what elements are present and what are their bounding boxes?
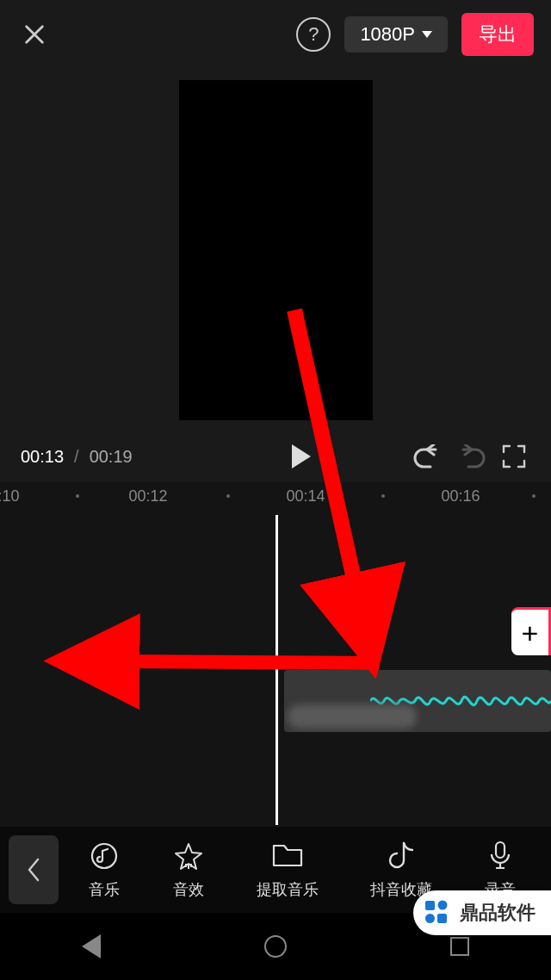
ruler-dot <box>381 494 385 498</box>
svg-point-0 <box>92 844 116 868</box>
chevron-down-icon <box>422 31 432 38</box>
help-icon[interactable]: ? <box>296 17 331 52</box>
ruler-dot <box>226 494 230 498</box>
time-mark: 00:12 <box>128 487 167 506</box>
close-button[interactable] <box>17 17 52 52</box>
svg-rect-1 <box>496 842 505 858</box>
current-time: 00:13 <box>21 447 64 467</box>
back-button[interactable] <box>9 835 59 904</box>
toolbar-douyin[interactable]: 抖音收藏 <box>370 840 432 900</box>
time-separator: / <box>74 447 79 467</box>
timeline-ruler: 0:10 00:12 00:14 00:16 <box>0 482 551 515</box>
watermark-logo-icon <box>424 899 451 927</box>
undo-button[interactable] <box>412 440 444 473</box>
audio-clip[interactable] <box>284 670 551 732</box>
watermark-badge: 鼎品软件 <box>413 890 551 935</box>
plus-icon: + <box>522 618 539 648</box>
timeline[interactable]: 0:10 00:12 00:14 00:16 + <box>0 482 551 827</box>
ruler-dot <box>76 494 79 498</box>
nav-home-icon[interactable] <box>264 935 287 958</box>
resolution-label: 1080P <box>360 23 415 46</box>
watermark-text: 鼎品软件 <box>460 900 536 926</box>
resolution-dropdown[interactable]: 1080P <box>344 16 448 53</box>
nav-back-icon[interactable] <box>82 934 101 958</box>
playback-controls: 00:13 / 00:19 <box>0 431 551 482</box>
time-mark: 00:14 <box>286 487 325 506</box>
ruler-dot <box>532 494 536 498</box>
svg-point-3 <box>438 901 448 910</box>
fullscreen-button[interactable] <box>498 440 530 473</box>
play-button[interactable] <box>282 440 315 473</box>
svg-rect-2 <box>425 901 435 910</box>
total-duration: 00:19 <box>90 447 133 467</box>
add-clip-button[interactable]: + <box>511 607 551 655</box>
svg-rect-5 <box>437 914 447 923</box>
douyin-icon <box>385 840 418 872</box>
toolbar-label: 音乐 <box>89 879 120 900</box>
video-preview <box>179 80 373 420</box>
star-icon <box>172 840 205 872</box>
svg-rect-4 <box>425 914 435 923</box>
playhead[interactable] <box>276 515 278 825</box>
nav-recents-icon[interactable] <box>450 937 469 956</box>
toolbar-music[interactable]: 音乐 <box>88 840 121 900</box>
folder-icon <box>271 840 304 872</box>
toolbar-sfx[interactable]: 音效 <box>172 840 205 900</box>
toolbar-label: 提取音乐 <box>257 879 319 900</box>
toolbar-extract[interactable]: 提取音乐 <box>257 840 319 900</box>
export-button[interactable]: 导出 <box>461 13 534 56</box>
export-label: 导出 <box>479 23 517 45</box>
microphone-icon <box>484 840 517 872</box>
music-icon <box>88 840 121 872</box>
redo-button[interactable] <box>455 440 487 473</box>
toolbar-label: 音效 <box>173 879 204 900</box>
time-mark: 0:10 <box>0 487 20 506</box>
preview-area[interactable] <box>0 69 551 431</box>
time-mark: 00:16 <box>441 487 480 506</box>
clip-label-blurred <box>288 704 417 729</box>
